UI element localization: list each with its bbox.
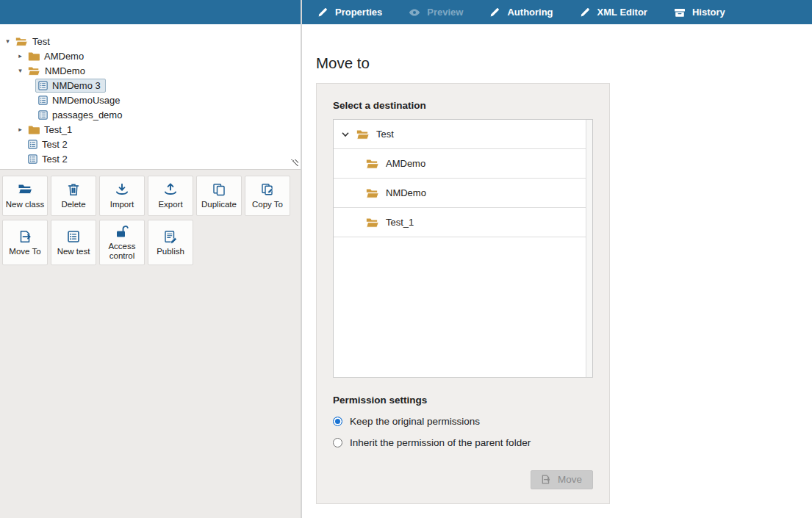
tab-label: Properties [335,7,382,18]
pencil-icon [489,7,500,18]
move-to-icon [540,474,551,485]
tree-item-test[interactable]: ▾ Test [0,34,301,48]
folder-open-icon [366,188,379,198]
tree-item-label: Test [32,36,50,47]
destination-scrollbar[interactable] [586,120,592,377]
action-label: Publish [157,247,184,256]
action-row-1: New class Delete Import Export Duplicate… [2,176,299,216]
folder-closed-icon [28,51,40,61]
copy-to-icon [260,182,275,197]
tree-item-nmdemo-3-selected[interactable]: NMDemo 3 [0,78,301,93]
archive-icon [674,7,686,18]
caret-right-icon[interactable]: ▸ [15,126,25,133]
move-button-row: Move [333,470,593,489]
move-to-icon [18,229,32,244]
new-test-button[interactable]: New test [51,220,96,265]
top-action-bar: Properties Preview Authoring XML Editor … [0,0,812,24]
eye-icon [409,7,420,18]
destination-item-test-1[interactable]: Test_1 [334,208,586,237]
action-label: Import [110,200,134,209]
tree-item-amdemo[interactable]: ▸ AMDemo [0,48,301,63]
access-control-button[interactable]: Access control [99,220,145,265]
radio-keep-permissions[interactable]: Keep the original permissions [333,416,593,427]
pencil-icon [317,7,328,18]
folder-open-icon [356,129,370,140]
move-to-panel: Select a destination Test AMDemo NMDemo [316,83,610,504]
tree-item-label: AMDemo [44,51,84,62]
destination-item-test[interactable]: Test [334,120,586,149]
move-button-label: Move [558,474,582,485]
folder-closed-icon [28,125,40,134]
tree-item-test-2b[interactable]: Test 2 [0,151,301,166]
permissions-heading: Permission settings [333,395,593,406]
action-label: Move To [9,247,40,256]
tree-item-label: Test 2 [42,139,68,150]
main-content: Move to Select a destination Test AMDemo… [302,24,812,518]
folder-open-icon [18,182,33,197]
action-label: New test [57,247,90,256]
tab-label: History [692,7,725,18]
destination-item-label: NMDemo [386,187,426,198]
action-label: Access control [101,242,143,261]
test-document-icon [38,81,48,90]
action-label: Copy To [252,200,283,209]
move-button[interactable]: Move [531,470,593,489]
chevron-down-icon[interactable] [341,130,350,139]
caret-down-icon[interactable]: ▾ [15,67,25,74]
move-to-button[interactable]: Move To [2,220,48,265]
import-button[interactable]: Import [99,176,145,216]
publish-button[interactable]: Publish [148,220,193,265]
action-label: Duplicate [201,200,237,209]
duplicate-button[interactable]: Duplicate [196,176,242,216]
radio-selected-icon[interactable] [333,417,342,426]
radio-inherit-permissions[interactable]: Inherit the permission of the parent fol… [333,437,593,448]
tab-history[interactable]: History [674,0,725,24]
resource-sidebar: ▾ Test ▸ AMDemo ▾ NMDemo NMDemo 3 NMDemo… [0,24,301,518]
publish-icon [163,229,178,244]
action-label: Delete [61,200,85,209]
tree-item-nmdemousage[interactable]: NMDemoUsage [0,93,301,107]
folder-open-icon [15,37,28,46]
tree-item-nmdemo[interactable]: ▾ NMDemo [0,63,301,78]
tree-item-passages-demo[interactable]: passages_demo [0,107,301,122]
duplicate-pages-icon [212,182,226,197]
action-button-grid: New class Delete Import Export Duplicate… [0,170,301,265]
destination-item-nmdemo[interactable]: NMDemo [334,179,586,208]
tree-item-label: Test 2 [42,154,68,165]
resource-tree-panel: ▾ Test ▸ AMDemo ▾ NMDemo NMDemo 3 NMDemo… [0,24,301,170]
tree-item-label: Test_1 [44,124,72,135]
action-label: Export [158,200,182,209]
radio-unselected-icon[interactable] [333,438,342,447]
tree-item-label: NMDemoUsage [52,95,120,106]
destination-item-amdemo[interactable]: AMDemo [334,149,586,179]
tab-authoring[interactable]: Authoring [489,0,553,24]
destination-tree-box: Test AMDemo NMDemo Test_1 [333,119,593,378]
tab-xml-editor[interactable]: XML Editor [580,0,647,24]
padlock-open-icon [115,224,129,239]
tab-label: Authoring [507,7,553,18]
export-button[interactable]: Export [148,176,193,216]
tab-strip: Properties Preview Authoring XML Editor … [317,0,725,24]
delete-button[interactable]: Delete [51,176,96,216]
test-document-icon [28,154,37,164]
test-list-icon [66,229,81,244]
radio-label: Keep the original permissions [350,416,480,427]
pencil-icon [580,7,591,18]
test-document-icon [28,140,37,149]
folder-open-icon [366,159,379,169]
trash-icon [66,182,81,197]
folder-open-icon [366,217,379,228]
tab-properties[interactable]: Properties [317,0,382,24]
tab-preview: Preview [409,0,463,24]
tree-item-test-2[interactable]: Test 2 [0,137,301,151]
tree-item-label: passages_demo [52,109,122,120]
copy-to-button[interactable]: Copy To [245,176,290,216]
tree-item-test-1[interactable]: ▸ Test_1 [0,122,301,137]
caret-down-icon[interactable]: ▾ [3,37,12,45]
tree-resize-handle[interactable] [291,159,298,167]
test-document-icon [38,96,48,105]
caret-right-icon[interactable]: ▸ [15,52,25,60]
destination-heading: Select a destination [333,100,593,111]
new-class-button[interactable]: New class [2,176,48,216]
destination-tree: Test AMDemo NMDemo Test_1 [334,120,586,237]
